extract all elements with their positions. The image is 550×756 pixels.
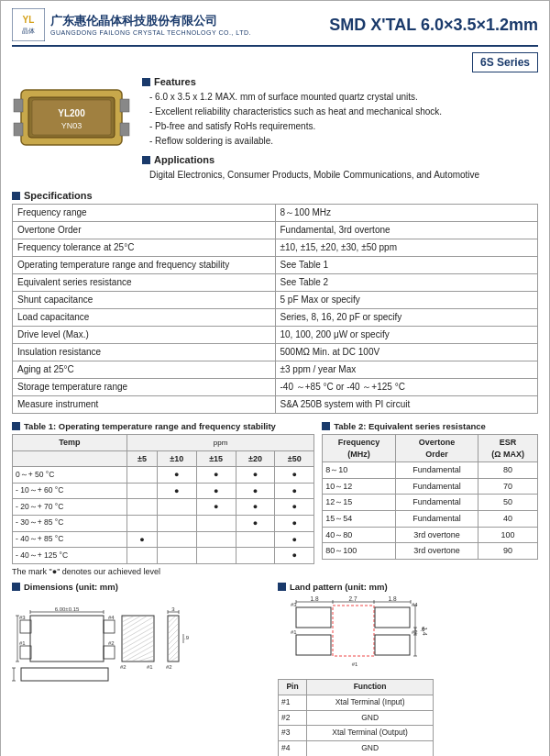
svg-rect-9 (14, 123, 23, 136)
pin-row: #4GND (279, 741, 434, 756)
product-title: SMD X'TAL 6.0×3.5×1.2mm (329, 16, 538, 35)
pin-table: Pin Function #1Xtal Terminal (Input)#2GN… (278, 679, 434, 756)
dimensions-section: Dimensions (unit: mm) 6.00±0.15 (12, 582, 272, 756)
table-row: 12～15 Fundamental 50 (323, 495, 538, 511)
svg-text:#2: #2 (166, 664, 172, 670)
spec-param: Drive level (Max.) (13, 327, 276, 344)
table-row: 10～12 Fundamental 70 (323, 478, 538, 495)
t1-col-temp: Temp (13, 435, 127, 451)
svg-text:晶体: 晶体 (22, 28, 35, 34)
bullet-icon-3 (12, 192, 20, 200)
svg-line-40 (125, 645, 154, 662)
specs-row: Storage temperature range-40 ～+85 °C or … (13, 379, 538, 396)
svg-line-36 (122, 627, 154, 645)
svg-rect-82 (296, 635, 331, 655)
specs-row: Insulation resistance500MΩ Min. at DC 10… (13, 344, 538, 361)
features-section: Features - 6.0 x 3.5 x 1.2 MAX. mm of su… (142, 76, 538, 183)
svg-text:YN03: YN03 (61, 121, 82, 130)
specifications-section: Specifications Frequency range8～100 MHzO… (12, 190, 538, 414)
svg-text:6.00±0.15: 6.00±0.15 (55, 606, 80, 612)
specs-row: Overtone OrderFundamental, 3rd overtone (13, 222, 538, 239)
specs-table: Frequency range8～100 MHzOvertone OrderFu… (12, 204, 538, 414)
spec-value: Fundamental, 3rd overtone (275, 222, 538, 239)
spec-param: Shunt capacitance (13, 292, 276, 309)
spec-value: 5 pF Max or specify (275, 292, 538, 309)
svg-rect-10 (120, 99, 129, 112)
features-list: - 6.0 x 3.5 x 1.2 MAX. mm of surface mou… (142, 90, 538, 149)
svg-line-54 (168, 645, 179, 656)
dimensions-svg: 6.00±0.15 #3 #1 #4 #2 (12, 595, 259, 714)
svg-line-42 (138, 656, 154, 662)
spec-param: Frequency tolerance at 25°C (13, 239, 276, 257)
table-row: - 40～+ 125 °C ● (13, 548, 314, 564)
svg-text:YL200: YL200 (58, 108, 85, 118)
table-row: - 40～+ 85 °C ● ● (13, 531, 314, 548)
bullet-icon-2 (142, 156, 150, 164)
svg-text:#2: #2 (120, 664, 126, 670)
svg-rect-80 (333, 606, 374, 656)
feature-item: - 6.0 x 3.5 x 1.2 MAX. mm of surface mou… (142, 90, 538, 105)
bullet-icon-6 (12, 583, 20, 591)
specs-row: Shunt capacitance5 pF Max or specify (13, 292, 538, 309)
svg-rect-18 (20, 646, 31, 659)
dimensions-row: Dimensions (unit: mm) 6.00±0.15 (12, 582, 538, 756)
svg-text:#2: #2 (412, 629, 418, 635)
table-row: 8～10 Fundamental 80 (323, 462, 538, 479)
svg-text:#2: #2 (108, 640, 115, 646)
table-row: - 10～+ 60 °C ● ● ● ● (13, 483, 314, 499)
svg-line-49 (168, 617, 179, 628)
svg-text:.9: .9 (184, 635, 190, 640)
svg-text:1.8: 1.8 (310, 595, 318, 602)
svg-text:#3: #3 (19, 615, 26, 620)
feature-item: - Excellent reliability characteristics … (142, 105, 538, 119)
svg-line-52 (168, 634, 179, 645)
spec-param: Equivalent series resistance (13, 274, 276, 292)
pin-row: #2GND (279, 710, 434, 726)
spec-param: Measure instrument (13, 396, 276, 414)
specs-row: Equivalent series resistanceSee Table 2 (13, 274, 538, 292)
spec-value: -40 ～+85 °C or -40 ～+125 °C (275, 379, 538, 396)
svg-text:#1: #1 (291, 629, 297, 635)
spec-param: Insulation resistance (13, 344, 276, 361)
spec-value: ±3 ppm / year Max (275, 361, 538, 379)
specs-row: Load capacitanceSeries, 8, 16, 20 pF or … (13, 309, 538, 327)
svg-text:#4: #4 (412, 602, 418, 607)
table1-note: The mark "●" denotes our achieved level (12, 567, 314, 576)
dimensions-header: Dimensions (unit: mm) (12, 582, 272, 592)
svg-text:3: 3 (171, 606, 175, 612)
svg-text:YL: YL (23, 15, 35, 25)
svg-text:.6: .6 (420, 626, 425, 632)
table-row: 15～54 Fundamental 40 (323, 510, 538, 527)
svg-text:1.8: 1.8 (388, 595, 396, 602)
series-row: 6S Series (12, 52, 538, 72)
specs-row: Frequency tolerance at 25°C±10, ±15, ±20… (13, 239, 538, 257)
svg-rect-8 (14, 99, 23, 112)
spec-value: 500MΩ Min. at DC 100V (275, 344, 538, 361)
svg-text:#4: #4 (108, 615, 115, 620)
svg-line-35 (122, 622, 154, 640)
bullet-icon-4 (12, 422, 20, 430)
svg-line-39 (122, 640, 154, 659)
spec-value: Series, 8, 16, 20 pF or specify (275, 309, 538, 327)
specs-row: Aging at 25°C±3 ppm / year Max (13, 361, 538, 379)
table-row: - 20～+ 70 °C ● ● ● (13, 499, 314, 516)
pin-row: #3Xtal Terminal (Output) (279, 726, 434, 741)
svg-line-34 (122, 617, 154, 636)
svg-text:2.7: 2.7 (348, 595, 357, 602)
table-row: - 30～+ 85 °C ● ● (13, 515, 314, 531)
svg-line-51 (168, 628, 179, 639)
svg-line-56 (170, 656, 179, 662)
company-name: 广东惠伦晶体科技股份有限公司 (50, 14, 251, 29)
table2-header: Table 2: Equivalent series resistance (322, 421, 538, 431)
feature-item: - Pb-free and satisfy RoHs requirements. (142, 119, 538, 134)
svg-text:#1: #1 (147, 664, 153, 670)
table2-table: Frequency(MHz) OvertoneOrder ESR(Ω MAX) … (322, 434, 538, 560)
land-pattern-section: Land pattern (unit: mm) 1.8 2.7 1.8 (278, 582, 538, 756)
header: YL 晶体 广东惠伦晶体科技股份有限公司 GUANGDONG FAILONG C… (12, 8, 538, 47)
spec-param: Aging at 25°C (13, 361, 276, 379)
product-image-area: YL200 YN03 (12, 76, 131, 183)
spec-param: Load capacitance (13, 309, 276, 327)
svg-rect-0 (12, 8, 45, 41)
intro-section: YL200 YN03 Features - 6.0 x 3.5 x 1.2 MA… (12, 76, 538, 183)
specs-row: Operating temperature range and frequenc… (13, 257, 538, 274)
